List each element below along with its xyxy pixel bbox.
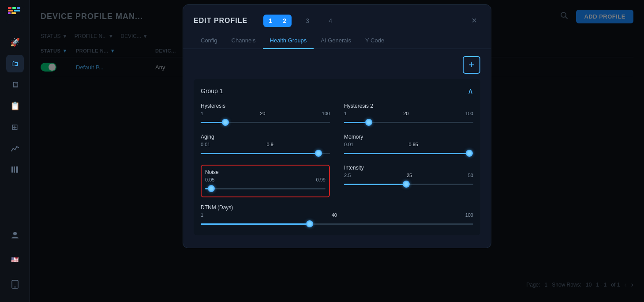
slider-memory: Memory 0.01 0.95	[344, 134, 473, 158]
step-3-pill[interactable]: 3	[300, 15, 315, 27]
tab-channels[interactable]: Channels	[225, 33, 263, 49]
modal-tabs: Config Channels Health Groups AI General…	[183, 33, 491, 49]
modal-title: EDIT PROFILE	[194, 17, 247, 25]
hysteresis2-max: 100	[465, 111, 473, 116]
svg-rect-9	[14, 166, 15, 173]
group-1-header: Group 1 ∧	[201, 86, 473, 96]
svg-rect-10	[16, 166, 18, 173]
add-group-area: +	[194, 56, 480, 74]
sidebar-item-flag[interactable]: 🇺🇸	[6, 251, 24, 268]
slider-hysteresis2: Hysteresis 2 1 20 100	[344, 103, 473, 127]
tab-health-groups[interactable]: Health Groups	[263, 33, 314, 49]
sidebar-item-tablet[interactable]	[6, 276, 24, 293]
hysteresis2-min: 1	[344, 111, 347, 116]
add-group-button[interactable]: +	[463, 56, 480, 74]
intensity-range-row: 2.5 25 50	[344, 173, 473, 178]
sidebar-item-library[interactable]	[6, 161, 24, 178]
tab-config[interactable]: Config	[194, 33, 225, 49]
intensity-value: 25	[407, 173, 412, 178]
svg-point-11	[13, 232, 17, 235]
sidebar-item-rocket[interactable]: 🚀	[6, 34, 24, 51]
sidebar-item-user[interactable]	[6, 226, 24, 244]
hysteresis-max: 100	[322, 111, 330, 116]
intensity-min: 2.5	[344, 173, 351, 178]
modal-close-button[interactable]: ×	[468, 14, 480, 27]
intensity-track[interactable]	[344, 180, 473, 189]
sidebar-item-document[interactable]: 📋	[6, 97, 24, 115]
aging-range-row: 0.01 0.9	[201, 142, 330, 147]
dtnm-track[interactable]	[201, 219, 473, 228]
hysteresis-min: 1	[201, 111, 203, 116]
hysteresis-value: 20	[260, 111, 265, 116]
group-1-collapse-button[interactable]: ∧	[468, 86, 473, 96]
noise-range-row: 0.05 0.99	[205, 177, 326, 182]
slider-hysteresis: Hysteresis 1 20 100	[201, 103, 330, 127]
sidebar: 🚀 🗂 🖥 📋 ⊞ 🇺🇸	[0, 0, 30, 302]
noise-min: 0.05	[205, 177, 214, 182]
tab-ai-generals[interactable]: AI Generals	[314, 33, 358, 49]
svg-rect-8	[11, 166, 13, 173]
intensity-max: 50	[468, 173, 473, 178]
aging-value: 0.9	[267, 142, 273, 147]
sidebar-item-folder[interactable]: 🗂	[6, 55, 24, 72]
dtnm-min: 1	[201, 212, 203, 218]
svg-rect-6	[8, 12, 11, 14]
group-1-card: Group 1 ∧ Hysteresis 1 20 100	[194, 79, 480, 235]
memory-min: 0.01	[344, 142, 353, 147]
svg-rect-5	[14, 10, 20, 11]
memory-label: Memory	[344, 134, 473, 140]
hysteresis2-range-row: 1 20 100	[344, 111, 473, 116]
step-pill-group: 1 2	[263, 15, 292, 27]
noise-label: Noise	[205, 169, 326, 175]
hysteresis-track[interactable]	[201, 118, 330, 127]
dtnm-max: 100	[465, 212, 473, 218]
svg-rect-4	[8, 10, 13, 11]
modal-overlay: EDIT PROFILE 1 2 3 4 × Config Channels H…	[30, 0, 644, 302]
slider-aging: Aging 0.01 0.9	[201, 134, 330, 158]
tab-y-code[interactable]: Y Code	[358, 33, 391, 49]
intensity-label: Intensity	[344, 165, 473, 171]
svg-point-13	[14, 287, 15, 288]
step-2-pill[interactable]: 2	[277, 15, 292, 27]
svg-rect-7	[11, 12, 16, 14]
step-4-pill[interactable]: 4	[323, 15, 337, 27]
noise-track[interactable]	[205, 184, 326, 193]
memory-track[interactable]	[344, 149, 473, 158]
sliders-grid: Hysteresis 1 20 100	[201, 103, 473, 228]
memory-range-row: 0.01 0.95	[344, 142, 473, 147]
slider-noise: Noise 0.05 0.99	[201, 165, 330, 197]
aging-track[interactable]	[201, 149, 330, 158]
sidebar-item-grid[interactable]: ⊞	[6, 118, 24, 136]
aging-label: Aging	[201, 134, 330, 140]
main-area: DEVICE PROFILE MAN... ADD PROFILE STATUS…	[30, 0, 644, 302]
svg-rect-1	[8, 7, 11, 9]
hysteresis-label: Hysteresis	[201, 103, 330, 109]
step-1-pill[interactable]: 1	[263, 15, 277, 27]
slider-intensity: Intensity 2.5 25 50	[344, 165, 473, 197]
edit-profile-modal: EDIT PROFILE 1 2 3 4 × Config Channels H…	[183, 4, 491, 248]
modal-body: + Group 1 ∧ Hysteresis 1 2	[183, 49, 491, 248]
hysteresis2-track[interactable]	[344, 118, 473, 127]
sidebar-item-monitor[interactable]: 🖥	[6, 76, 24, 94]
modal-header: EDIT PROFILE 1 2 3 4 ×	[183, 5, 491, 27]
svg-rect-3	[17, 7, 20, 9]
noise-max: 0.99	[316, 177, 326, 182]
svg-rect-2	[12, 7, 16, 9]
app-logo	[6, 5, 24, 23]
dtnm-label: DTNM (Days)	[201, 204, 473, 211]
aging-min: 0.01	[201, 142, 210, 147]
dtnm-range-row: 1 40 100	[201, 212, 473, 218]
group-1-name: Group 1	[201, 87, 223, 94]
dtnm-value: 40	[332, 212, 337, 218]
memory-value: 0.95	[409, 142, 418, 147]
hysteresis-range-row: 1 20 100	[201, 111, 330, 116]
hysteresis2-label: Hysteresis 2	[344, 103, 473, 109]
slider-dtnm: DTNM (Days) 1 40 100	[201, 204, 473, 228]
sidebar-item-chart[interactable]	[6, 140, 24, 157]
hysteresis2-value: 20	[403, 111, 408, 116]
